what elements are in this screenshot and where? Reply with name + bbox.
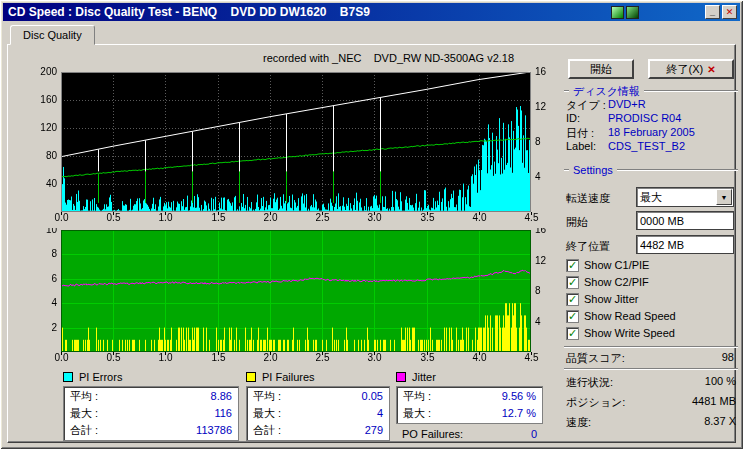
stat-label: 平均 : [403,388,431,405]
settings-separator: Settings [564,165,738,175]
disc-info-title: ディスク情報 [569,84,644,99]
checkbox-label: Show Jitter [584,293,638,305]
disc-label-label: Label: [566,140,608,152]
pi-failures-color-chip [246,372,256,382]
speed-label: 速度: [566,415,591,430]
jitter-stats: Jitter 平均 :9.56 % 最大 :12.7 % PO Failures… [396,370,543,443]
jitter-box: 平均 :9.56 % 最大 :12.7 % [396,386,543,424]
stat-value: 12.7 % [502,405,536,422]
start-button-label: 開始 [590,62,612,77]
transfer-speed-label: 転送速度 [566,191,610,206]
disc-type-label: タイプ : [566,98,608,113]
stat-label: 最大 : [253,405,281,422]
check-icon: ✓ [568,277,577,288]
exit-button-label: 終了(X) [666,62,703,77]
po-failures-value: 0 [531,426,537,443]
quality-score-value: 98 [722,351,734,366]
settings-title: Settings [569,164,617,176]
pi-failures-stats: PI Failures 平均 :0.05 最大 :4 合計 :279 [246,370,390,441]
titlebar: CD Speed : Disc Quality Test - BENQ DVD … [3,3,740,21]
minimize-button[interactable]: _ [705,5,720,19]
checkbox-show-read-speed[interactable]: ✓ Show Read Speed [566,309,676,323]
transfer-speed-select[interactable]: 最大 ▼ [636,187,734,207]
disc-id-value: PRODISC R04 [608,112,681,124]
stat-value: 8.86 [211,388,232,405]
checkbox-box[interactable]: ✓ [566,310,579,323]
progress-value: 100 % [705,375,736,390]
dropdown-button[interactable]: ▼ [716,189,732,205]
progress-label: 進行状況: [566,375,613,390]
position-label: ポジション: [566,395,625,410]
stat-label: 平均 : [253,388,281,405]
disc-date-value: 18 February 2005 [608,126,695,141]
stat-value: 4 [377,405,383,422]
check-icon: ✓ [568,328,577,339]
recorded-with-label: recorded with _NEC DVD_RW ND-3500AG v2.1… [263,52,514,64]
pi-errors-stats: PI Errors 平均 :8.86 最大 :116 合計 :113786 [63,370,239,441]
separator [564,368,738,370]
window-title: CD Speed : Disc Quality Test - BENQ DVD … [8,5,611,19]
stat-value: 9.56 % [502,388,536,405]
disc-label-value: CDS_TEST_B2 [608,140,685,152]
po-failures-row: PO Failures: 0 [396,424,543,443]
stat-value: 113786 [196,422,232,439]
pif-jitter-chart [31,228,561,368]
checkbox-show-c2-pif[interactable]: ✓ Show C2/PIF [566,275,649,289]
disc-type-row: タイプ : DVD+R [566,98,738,113]
disc-label-row: Label: CDS_TEST_B2 [566,140,738,152]
close-icon: ✕ [726,8,734,17]
progress-row: 進行状況: 100 % [566,375,736,390]
checkbox-show-jitter[interactable]: ✓ Show Jitter [566,292,638,306]
speed-value: 8.37 X [704,415,736,430]
separator [564,346,738,348]
pie-speed-chart [31,66,561,226]
checkbox-label: Show C2/PIF [584,276,649,288]
tab-disc-quality[interactable]: Disc Quality [10,25,95,45]
titlebar-app-icon-1[interactable] [611,6,624,19]
position-value: 4481 MB [692,395,736,410]
stat-label: 合計 : [70,422,98,439]
checkbox-show-write-speed[interactable]: ✓ Show Write Speed [566,326,675,340]
close-button[interactable]: ✕ [722,5,737,19]
pi-errors-color-chip [63,372,73,382]
checkbox-box[interactable]: ✓ [566,293,579,306]
tab-page: recorded with _NEC DVD_RW ND-3500AG v2.1… [7,44,736,443]
stat-value: 116 [214,405,232,422]
po-failures-label: PO Failures: [402,426,463,443]
check-icon: ✓ [568,260,577,271]
transfer-speed-value: 最大 [637,190,715,205]
speed-row: 速度: 8.37 X [566,415,736,430]
disc-date-label: 日付 : [566,126,608,141]
checkbox-box[interactable]: ✓ [566,327,579,340]
disc-info-separator: ディスク情報 [564,86,738,96]
stat-label: 最大 : [403,405,431,422]
checkbox-box[interactable]: ✓ [566,259,579,272]
disc-id-row: ID: PRODISC R04 [566,112,738,124]
end-position-input[interactable] [636,235,734,254]
quality-score-row: 品質スコア: 98 [566,351,734,366]
checkbox-show-c1-pie[interactable]: ✓ Show C1/PIE [566,258,649,272]
check-icon: ✓ [568,311,577,322]
disc-type-value: DVD+R [608,98,646,113]
chevron-down-icon: ▼ [721,194,728,201]
start-button[interactable]: 開始 [568,59,634,79]
minimize-icon: _ [710,8,715,17]
quality-score-label: 品質スコア: [566,351,625,366]
checkbox-label: Show C1/PIE [584,259,649,271]
jitter-title: Jitter [412,371,436,383]
titlebar-app-icon-2[interactable] [626,6,639,19]
jitter-color-chip [396,372,406,382]
exit-button[interactable]: 終了(X) ✕ [648,59,734,79]
pi-errors-title: PI Errors [79,371,122,383]
checkbox-label: Show Write Speed [584,327,675,339]
stat-label: 最大 : [70,405,98,422]
pi-errors-box: 平均 :8.86 最大 :116 合計 :113786 [63,386,239,441]
app-window: CD Speed : Disc Quality Test - BENQ DVD … [0,0,743,449]
stat-label: 平均 : [70,388,98,405]
start-position-label: 開始 [566,215,588,230]
pi-failures-title: PI Failures [262,371,315,383]
start-position-input[interactable] [636,211,734,230]
stat-value: 0.05 [362,388,383,405]
checkbox-box[interactable]: ✓ [566,276,579,289]
stat-label: 合計 : [253,422,281,439]
